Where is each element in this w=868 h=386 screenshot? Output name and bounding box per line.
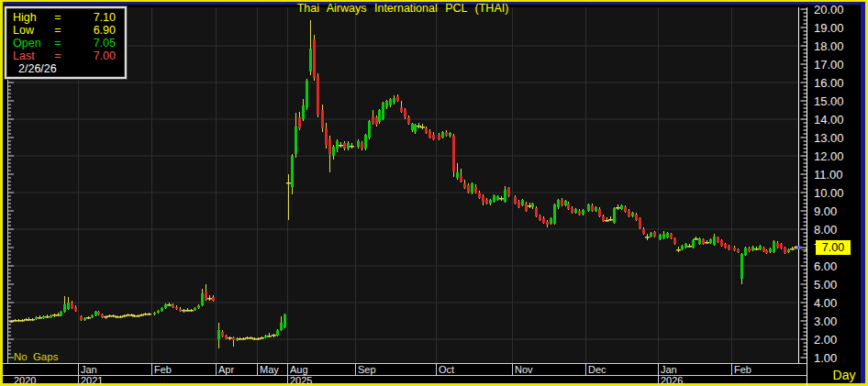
candle	[662, 234, 665, 238]
candle	[687, 246, 692, 248]
candle	[428, 131, 431, 138]
candle	[74, 307, 77, 311]
candle	[302, 105, 305, 119]
quote-value: 7.00	[66, 50, 123, 62]
candle	[485, 200, 488, 204]
candle	[780, 244, 783, 248]
candle	[564, 201, 567, 205]
candle	[460, 176, 462, 182]
month-label: Sep	[358, 364, 376, 375]
candle	[645, 237, 650, 238]
candle	[153, 313, 156, 314]
candle	[616, 207, 620, 209]
candle	[456, 172, 459, 178]
candle	[212, 297, 215, 301]
candle	[286, 182, 291, 184]
candle	[582, 210, 584, 215]
candle	[628, 211, 630, 216]
candle	[86, 317, 91, 319]
candle	[624, 207, 627, 212]
candle	[164, 304, 167, 308]
candle	[368, 121, 371, 138]
candle	[567, 204, 570, 209]
candle	[474, 187, 477, 193]
candle	[425, 128, 428, 133]
candle	[441, 132, 444, 138]
candle	[525, 204, 528, 211]
candle	[309, 49, 312, 72]
candle	[631, 213, 634, 216]
candle	[175, 307, 178, 309]
quote-info-row: Open=7.05	[13, 37, 123, 50]
candle	[650, 233, 652, 237]
candle	[343, 143, 346, 149]
candle	[38, 317, 42, 319]
quote-label: High	[13, 11, 50, 24]
candle	[339, 145, 343, 147]
candle	[521, 200, 524, 205]
candle	[751, 247, 754, 250]
y-axis-label: 18.00	[814, 39, 844, 53]
candle	[80, 316, 83, 320]
candle	[207, 298, 212, 300]
candle	[280, 323, 283, 330]
candle	[681, 246, 684, 249]
candle	[561, 200, 563, 205]
candle	[389, 99, 392, 105]
month-label: Apr	[218, 364, 234, 375]
candle	[635, 215, 638, 220]
candle	[639, 218, 641, 228]
candle	[385, 101, 388, 107]
candle	[713, 237, 716, 245]
candle	[157, 311, 160, 313]
candle	[698, 238, 701, 244]
quote-info-box: High=7.10Low=6.90Open=7.05Last=7.00 2/26…	[5, 6, 127, 79]
candle	[284, 314, 286, 327]
y-axis-label: 1.00	[814, 351, 837, 365]
candle	[744, 248, 747, 255]
candle	[336, 141, 339, 149]
year-label: 2026	[661, 375, 683, 386]
candle	[773, 241, 775, 252]
candle	[692, 240, 695, 248]
candle	[478, 193, 481, 198]
candle	[42, 316, 45, 318]
candle	[546, 222, 549, 225]
candle	[489, 200, 492, 204]
candle	[276, 330, 279, 336]
candlestick-chart[interactable]: 20.0019.0018.0017.0016.0015.0014.0013.00…	[0, 0, 868, 386]
month-label: Aug	[290, 364, 308, 375]
candle	[539, 216, 541, 220]
candle	[620, 205, 623, 209]
candle	[694, 238, 698, 240]
candle	[400, 107, 403, 112]
candle	[659, 235, 662, 239]
candle	[595, 207, 597, 211]
candle	[666, 233, 669, 237]
y-axis-label: 20.00	[814, 3, 844, 17]
y-axis-label: 17.00	[814, 58, 844, 72]
quote-info-rows: High=7.10Low=6.90Open=7.05Last=7.00	[13, 11, 123, 62]
candle	[161, 308, 163, 311]
quote-value: 7.10	[66, 11, 123, 24]
candle	[432, 135, 435, 139]
interval-label[interactable]: Day	[826, 368, 862, 382]
candle	[728, 246, 730, 249]
candle	[361, 143, 363, 149]
candle	[357, 141, 360, 147]
month-label: Oct	[439, 364, 454, 375]
last-price-arrow-icon: →	[799, 240, 809, 255]
candle	[221, 332, 224, 336]
y-axis-label: 12.00	[814, 149, 844, 163]
chart-window: 20.0019.0018.0017.0016.0015.0014.0013.00…	[0, 0, 868, 386]
y-axis-label: 10.00	[814, 186, 844, 200]
candle	[350, 146, 354, 148]
candle	[321, 110, 324, 128]
candle	[717, 237, 719, 242]
candle	[298, 117, 301, 128]
y-axis-label: 16.00	[814, 76, 844, 90]
candle	[467, 185, 470, 193]
candle	[414, 125, 417, 132]
candle	[228, 337, 232, 339]
candle	[396, 96, 399, 101]
